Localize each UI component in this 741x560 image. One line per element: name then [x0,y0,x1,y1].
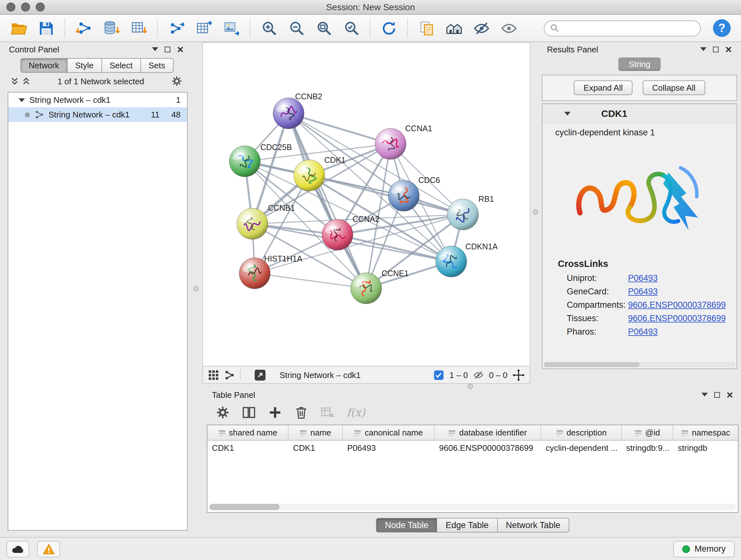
float-panel-icon[interactable] [713,46,719,52]
neighborhood-button[interactable] [442,17,466,40]
column-header[interactable]: shared name [207,425,288,440]
table-cell[interactable]: 9606.ENSP00000378699 [434,443,541,452]
export-table-button[interactable] [192,17,216,40]
tab-string[interactable]: String [618,57,661,71]
graph-node-CDKN1A[interactable] [435,246,467,277]
graph-edge[interactable] [288,113,391,144]
graph-edge[interactable] [255,273,366,288]
graph-node-CCNA1[interactable] [375,128,406,159]
table-horizontal-scrollbar[interactable] [209,504,736,510]
panel-menu-caret-icon[interactable] [152,47,158,51]
table-cell[interactable]: stringdb:9... [622,443,673,452]
network-graph[interactable]: CCNB2CCNA1CDC25BCDK1CDC6RB1CCNB1CCNA2CDK… [203,43,530,366]
selected-checkbox-icon[interactable] [433,369,444,380]
zoom-fit-button[interactable] [312,17,336,40]
tab-select[interactable]: Select [102,58,141,73]
open-in-window-icon[interactable] [255,369,266,380]
function-builder-button[interactable]: f(x) [347,406,365,419]
pan-crosshair-icon[interactable] [513,369,525,381]
tab-edge-table[interactable]: Edge Table [437,517,497,532]
cloud-button[interactable] [6,541,29,557]
crosslink-value-link[interactable]: P06493 [628,273,658,283]
refresh-button[interactable] [377,17,401,40]
table-cell[interactable]: CDK1 [207,443,288,452]
close-panel-icon[interactable] [726,391,733,398]
graph-node-CCNB1[interactable] [237,208,268,240]
table-cell[interactable]: P06493 [343,443,434,452]
close-window-button[interactable] [6,3,15,11]
column-header[interactable]: database identifier [434,425,541,440]
expand-all-button[interactable]: Expand All [574,80,632,95]
table-cell[interactable]: CDK1 [288,443,343,452]
crosslink-value-link[interactable]: P06493 [628,287,658,296]
share-view-icon[interactable] [224,369,235,380]
clear-table-icon[interactable] [320,406,334,420]
panel-menu-caret-icon[interactable] [700,47,706,51]
export-image-button[interactable] [219,17,243,40]
show-graphics-details-button[interactable] [496,17,521,40]
section-collapse-caret-icon[interactable] [564,111,570,115]
memory-button[interactable]: Memory [673,541,735,557]
column-header[interactable]: canonical name [343,425,434,440]
save-session-button[interactable] [34,17,58,40]
gear-icon[interactable] [171,75,183,87]
graph-node-RB1[interactable] [448,199,478,230]
crosslink-value-link[interactable]: 9606.ENSP00000378699 [628,300,726,310]
zoom-in-button[interactable] [257,17,281,40]
panel-menu-caret-icon[interactable] [701,393,708,396]
open-session-button[interactable] [6,17,30,40]
add-column-plus-icon[interactable] [268,406,282,420]
hide-graphics-details-button[interactable] [469,17,493,40]
zoom-out-button[interactable] [284,17,308,40]
tab-style[interactable]: Style [67,58,102,73]
grid-view-icon[interactable] [208,369,219,380]
duplicate-network-button[interactable] [414,17,439,40]
column-header[interactable]: namespac [673,425,738,440]
import-network-database-button[interactable] [99,17,123,40]
column-header[interactable]: name [288,425,343,440]
table-scrollbar-thumb[interactable] [209,504,280,510]
table-row[interactable]: CDK1CDK1P064939606.ENSP00000378699cyclin… [207,441,738,455]
delete-column-trash-icon[interactable] [294,406,308,420]
left-splitter-handle[interactable] [193,286,199,291]
column-header[interactable]: @id [622,425,673,440]
network-view[interactable]: CCNB2CCNA1CDC25BCDK1CDC6RB1CCNB1CCNA2CDK… [202,42,530,367]
network-collection-row[interactable]: String Network – cdk1 1 [8,92,187,107]
zoom-selected-button[interactable] [339,17,363,40]
results-scrollbar[interactable] [544,362,735,367]
table-cell[interactable]: stringdb [673,443,738,452]
close-panel-icon[interactable] [177,46,184,53]
table-settings-gear-icon[interactable] [216,406,230,420]
results-scrollbar-thumb[interactable] [544,362,639,367]
collapse-all-button[interactable]: Collapse All [643,80,705,95]
float-panel-icon[interactable] [165,46,171,52]
tab-node-table[interactable]: Node Table [376,517,437,532]
protein-section-header[interactable]: CDK1 [542,104,737,123]
collapse-all-icon[interactable] [10,77,19,85]
export-network-button[interactable] [164,17,188,40]
warnings-button[interactable] [37,541,60,557]
graph-node-CDC25B[interactable] [229,146,260,177]
tab-network[interactable]: Network [20,58,67,73]
right-splitter-handle[interactable] [533,209,538,214]
graph-node-CCNE1[interactable] [351,273,382,304]
tree-expand-caret-icon[interactable] [18,98,25,102]
maximize-window-button[interactable] [36,3,45,11]
close-panel-icon[interactable] [725,46,732,53]
float-panel-icon[interactable] [714,392,720,397]
show-columns-icon[interactable] [242,406,256,420]
tab-network-table[interactable]: Network Table [497,517,569,532]
minimize-window-button[interactable] [21,3,30,11]
graph-node-CCNA2[interactable] [322,219,353,250]
graph-node-CDK1[interactable] [293,160,325,191]
hidden-eye-slash-icon[interactable] [473,369,484,380]
search-input[interactable] [563,23,694,33]
graph-node-CCNB2[interactable] [273,98,304,129]
crosslink-value-link[interactable]: 9606.ENSP00000378699 [628,314,726,323]
graph-node-CDC6[interactable] [388,180,419,211]
import-table-button[interactable] [126,17,151,40]
column-header[interactable]: description [541,425,622,440]
network-row[interactable]: String Network – cdk1 11 48 [8,107,187,122]
expand-all-icon[interactable] [22,77,30,85]
crosslink-value-link[interactable]: P06493 [628,327,658,336]
